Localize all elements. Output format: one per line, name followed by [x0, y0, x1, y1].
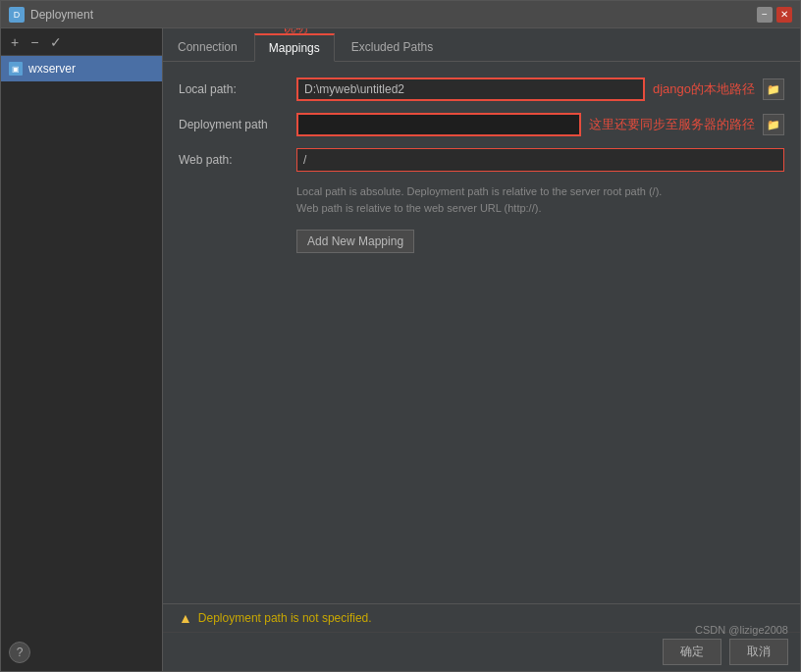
check-button[interactable]: ✓	[46, 33, 66, 51]
close-button[interactable]: ✕	[776, 7, 792, 23]
tabs: Connection Mappings 说明 Excluded Paths	[163, 28, 800, 62]
ok-button[interactable]: 确定	[663, 639, 721, 665]
web-path-field-group	[296, 148, 784, 172]
local-path-input[interactable]	[296, 78, 645, 101]
server-icon: ▣	[9, 62, 23, 76]
sidebar-item-label: wxserver	[28, 62, 76, 76]
sidebar: + − ✓ ▣ wxserver	[1, 28, 163, 671]
warning-icon: ▲	[179, 610, 192, 626]
help-line2: Web path is relative to the web server U…	[296, 200, 784, 217]
deployment-path-label: Deployment path	[179, 118, 296, 131]
add-new-mapping-button[interactable]: Add New Mapping	[296, 230, 414, 253]
help-button[interactable]: ?	[9, 642, 30, 663]
local-path-field-group: django的本地路径 📁	[296, 78, 784, 101]
tab-mappings-wrapper: Mappings 说明	[254, 32, 337, 61]
web-path-input[interactable]	[296, 148, 784, 172]
tab-connection[interactable]: Connection	[163, 33, 252, 62]
sidebar-item-wxserver[interactable]: ▣ wxserver	[1, 56, 162, 81]
tab-annotation: 说明	[283, 28, 308, 36]
local-path-annotation: django的本地路径	[653, 80, 755, 98]
content-area: + − ✓ ▣ wxserver Connection Mappings	[1, 28, 800, 671]
add-server-button[interactable]: +	[7, 33, 23, 51]
deployment-path-row: Deployment path 这里还要同步至服务器的路径 📁	[179, 113, 784, 136]
tab-excluded-paths[interactable]: Excluded Paths	[337, 33, 448, 62]
web-path-label: Web path:	[179, 153, 296, 167]
cancel-button[interactable]: 取消	[729, 639, 788, 665]
main-panel: Connection Mappings 说明 Excluded Paths Lo…	[163, 28, 800, 671]
local-path-browse-button[interactable]: 📁	[763, 78, 784, 100]
title-bar-controls: − ✕	[757, 7, 792, 23]
deployment-path-browse-button[interactable]: 📁	[763, 114, 784, 135]
deployment-path-input[interactable]	[296, 113, 581, 136]
app-icon: D	[9, 7, 25, 23]
status-message: Deployment path is not specified.	[198, 611, 372, 625]
minimize-button[interactable]: −	[757, 7, 773, 23]
remove-server-button[interactable]: −	[27, 33, 42, 51]
tab-mappings[interactable]: Mappings	[254, 33, 335, 62]
deployment-window: D Deployment − ✕ + − ✓ ▣ wxserver	[0, 0, 801, 672]
deployment-path-field-group: 这里还要同步至服务器的路径 📁	[296, 113, 784, 136]
title-bar-left: D Deployment	[9, 7, 93, 23]
footer: 确定 取消	[163, 632, 800, 671]
deployment-path-annotation: 这里还要同步至服务器的路径	[589, 116, 755, 133]
sidebar-toolbar: + − ✓	[1, 28, 162, 56]
local-path-label: Local path:	[179, 82, 296, 96]
web-path-row: Web path:	[179, 148, 784, 172]
title-bar: D Deployment − ✕	[1, 1, 800, 28]
help-line1: Local path is absolute. Deployment path …	[296, 183, 784, 200]
window-title: Deployment	[30, 8, 93, 22]
help-text: Local path is absolute. Deployment path …	[296, 183, 784, 216]
tab-content: Local path: django的本地路径 📁 Deployment pat…	[163, 62, 800, 603]
watermark: CSDN @lizige2008	[695, 624, 788, 636]
local-path-row: Local path: django的本地路径 📁	[179, 78, 784, 101]
